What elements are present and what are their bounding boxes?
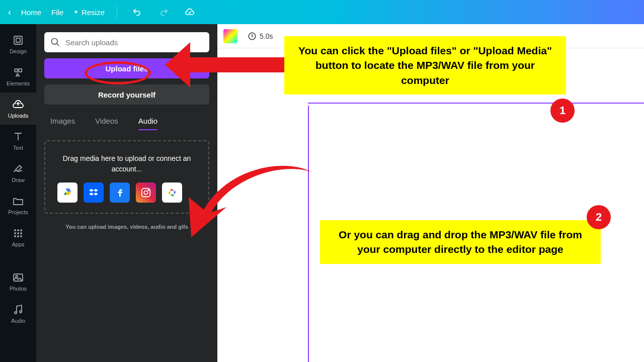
google-photos-icon[interactable] [162, 183, 182, 203]
svg-point-15 [15, 312, 17, 314]
svg-point-7 [14, 232, 16, 234]
tab-images[interactable]: Images [50, 117, 75, 130]
side-nav: Design Elements Uploads Text Draw Projec… [0, 24, 36, 362]
callout-1: You can click the "Upload files" or "Upl… [284, 36, 566, 95]
nav-photos[interactable]: Photos [0, 265, 36, 298]
upload-note: You can upload images, videos, audio and… [44, 224, 209, 230]
svg-point-12 [20, 235, 22, 237]
color-picker[interactable] [223, 29, 237, 43]
divider [117, 6, 117, 18]
svg-point-19 [144, 191, 147, 194]
dropbox-icon[interactable] [84, 183, 104, 203]
badge-1: 1 [550, 99, 575, 123]
svg-point-17 [52, 39, 58, 45]
page-guide-horizontal [308, 103, 644, 104]
drop-zone[interactable]: Drag media here to upload or connect an … [44, 140, 209, 214]
file-menu[interactable]: File [51, 8, 63, 17]
nav-apps[interactable]: Apps [0, 221, 36, 253]
nav-elements[interactable]: Elements [0, 60, 36, 93]
svg-point-11 [17, 235, 19, 237]
nav-design[interactable]: Design [0, 28, 36, 60]
search-input-container[interactable] [44, 32, 209, 52]
cloud-sync-icon[interactable] [182, 4, 198, 20]
tab-videos[interactable]: Videos [95, 117, 118, 130]
drop-text: Drag media here to upload or connect an … [55, 153, 198, 174]
redo-icon[interactable] [155, 4, 172, 20]
callout-2: Or you can drag and drop the MP3/WAV fil… [320, 220, 601, 264]
svg-rect-0 [14, 36, 22, 44]
nav-audio[interactable]: Audio [0, 298, 36, 330]
badge-2: 2 [587, 205, 611, 229]
upload-tabs: Images Videos Audio [44, 117, 209, 130]
page-guide-vertical [308, 106, 309, 362]
search-input[interactable] [65, 38, 203, 47]
undo-icon[interactable] [129, 4, 145, 20]
tab-audio[interactable]: Audio [138, 117, 157, 130]
duration-button[interactable]: 5.0s [248, 32, 273, 41]
record-yourself-button[interactable]: Record yourself [44, 84, 209, 105]
svg-point-16 [20, 311, 22, 313]
svg-point-20 [148, 190, 149, 191]
resize-button[interactable]: ✦Resize [73, 8, 105, 17]
google-drive-icon[interactable] [57, 183, 77, 203]
nav-uploads[interactable]: Uploads [0, 93, 36, 125]
svg-rect-3 [19, 69, 22, 72]
home-button[interactable]: Home [21, 8, 41, 17]
nav-draw[interactable]: Draw [0, 157, 36, 189]
uploads-panel: Upload files Record yourself Images Vide… [36, 24, 217, 362]
top-toolbar: ‹ Home File ✦Resize [0, 0, 644, 24]
svg-point-2 [15, 69, 18, 72]
canvas[interactable] [217, 48, 644, 362]
back-icon[interactable]: ‹ [8, 7, 11, 18]
svg-rect-1 [16, 38, 20, 42]
svg-point-5 [17, 229, 19, 231]
facebook-icon[interactable] [110, 183, 130, 203]
svg-point-9 [20, 232, 22, 234]
svg-point-4 [14, 229, 16, 231]
svg-point-10 [14, 235, 16, 237]
nav-projects[interactable]: Projects [0, 189, 36, 221]
svg-point-8 [17, 232, 19, 234]
clock-icon [248, 32, 257, 41]
svg-point-6 [20, 229, 22, 231]
search-icon [50, 37, 60, 47]
upload-files-button[interactable]: Upload files [44, 58, 209, 78]
instagram-icon[interactable] [136, 183, 156, 203]
nav-text[interactable]: Text [0, 125, 36, 157]
